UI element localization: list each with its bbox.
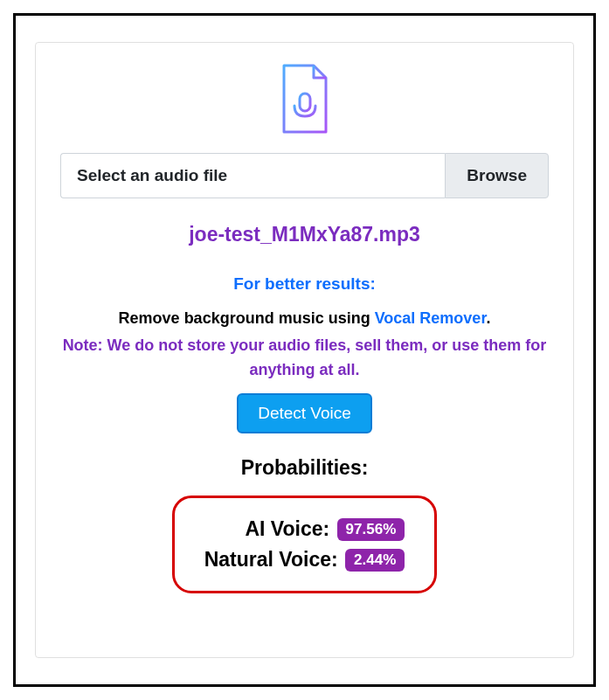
natural-voice-label: Natural Voice: xyxy=(204,548,338,572)
natural-voice-row: Natural Voice: 2.44% xyxy=(204,548,405,572)
browse-button[interactable]: Browse xyxy=(445,153,549,198)
probabilities-heading: Probabilities: xyxy=(60,456,549,480)
outer-frame: Select an audio file Browse joe-test_M1M… xyxy=(13,13,596,687)
instruction-note: Note: We do not store your audio files, … xyxy=(60,333,549,384)
instructions-block: For better results: Remove background mu… xyxy=(60,269,549,383)
ai-voice-value-badge: 97.56% xyxy=(337,518,405,541)
selected-filename: joe-test_M1MxYa87.mp3 xyxy=(60,223,549,246)
file-input-group: Select an audio file Browse xyxy=(60,153,549,198)
natural-voice-value-badge: 2.44% xyxy=(345,549,405,572)
detect-voice-button[interactable]: Detect Voice xyxy=(237,393,372,433)
file-input-field[interactable]: Select an audio file xyxy=(60,153,445,198)
ai-voice-row: AI Voice: 97.56% xyxy=(204,517,405,541)
upload-card: Select an audio file Browse joe-test_M1M… xyxy=(35,42,574,658)
instructions-heading: For better results: xyxy=(60,269,549,299)
instruction-text-prefix: Remove background music using xyxy=(119,309,375,327)
audio-file-icon xyxy=(277,64,333,137)
results-highlight-box: AI Voice: 97.56% Natural Voice: 2.44% xyxy=(172,496,438,593)
vocal-remover-link[interactable]: Vocal Remover xyxy=(375,309,487,327)
instruction-text-suffix: . xyxy=(486,309,490,327)
instruction-line: Remove background music using Vocal Remo… xyxy=(60,304,549,332)
ai-voice-label: AI Voice: xyxy=(245,517,329,541)
svg-rect-0 xyxy=(300,94,310,111)
